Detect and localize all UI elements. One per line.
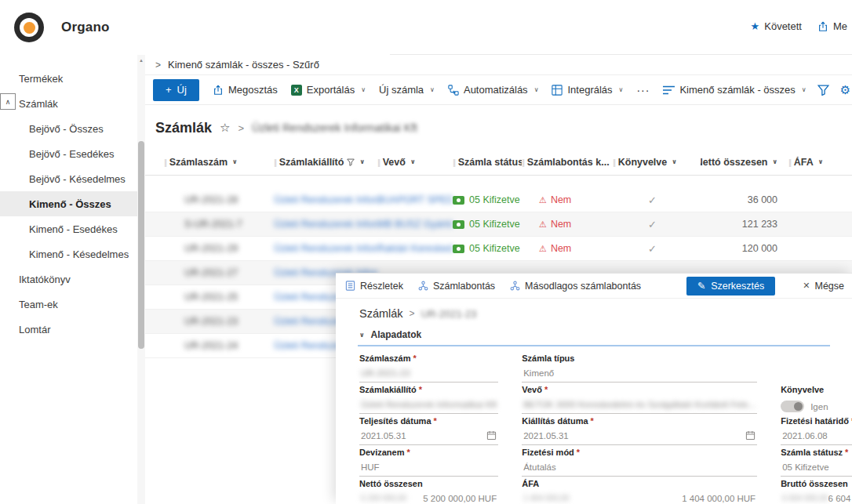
kiallitas-datuma-input[interactable]: 2021.05.31: [522, 430, 757, 445]
invoice-number: S-UR-2021-7: [164, 219, 274, 230]
sidebar-item-termekek[interactable]: Termékek: [0, 66, 138, 91]
devizanem-input[interactable]: HUF: [359, 461, 498, 477]
net-total: 120 000: [701, 243, 779, 254]
vevo-input[interactable]: BETÜK 3000 Kereskedelmi és Szolgáltató K…: [522, 398, 757, 414]
share-icon: [817, 21, 828, 32]
szamlaszam-input[interactable]: UR-2021-23: [359, 367, 498, 383]
booked-check-icon: ✓: [613, 219, 701, 230]
required-marker: *: [845, 448, 848, 457]
share-icon: [213, 85, 224, 96]
szamla-tipus-input[interactable]: Kimenő: [522, 367, 757, 383]
required-marker: *: [413, 354, 416, 363]
automation-button[interactable]: Automatizálás ∨: [448, 84, 539, 96]
record-form: Számlaszám* UR-2021-23 Számla típus Kime…: [336, 346, 852, 504]
panel-tab-bar: Részletek Számlabontás Másodlagos számla…: [336, 274, 852, 299]
scrollbar-thumb[interactable]: [138, 141, 144, 349]
required-marker: *: [591, 416, 594, 426]
close-icon: ✕: [803, 281, 810, 291]
issuer-link[interactable]: Üzleti Rendszerek Informa: [274, 219, 377, 230]
column-header-vevo[interactable]: ||Vevő∨: [377, 157, 453, 168]
sidebar-item-lomtar[interactable]: Lomtár: [0, 317, 138, 342]
column-header-szamla-statusz[interactable]: ||Számla státusz∨: [453, 157, 522, 168]
calendar-icon[interactable]: [486, 430, 497, 441]
column-header-szamlakiallito[interactable]: ||Számlakiállító∨: [274, 157, 377, 168]
warning-icon: ⚠: [539, 244, 547, 254]
chevron-right-icon[interactable]: >: [155, 60, 161, 71]
new-invoice-button[interactable]: Új számla ∨: [379, 84, 435, 96]
app-title: Organo: [61, 20, 110, 35]
share-button[interactable]: Megosztás: [213, 84, 278, 96]
sidebar-item-szamlak[interactable]: Számlák: [0, 91, 138, 116]
column-header-netto[interactable]: ||Nettó összesen∨: [701, 157, 779, 168]
sidebar-scrollbar[interactable]: ▲: [137, 55, 145, 504]
panel-breadcrumb-root[interactable]: Számlák: [359, 307, 403, 320]
field-brutto-osszesen: Bruttó összesen 6 604 000,006 604 000,00…: [781, 479, 852, 504]
chevron-down-icon: ∨: [430, 86, 435, 93]
konyvelve-toggle[interactable]: [781, 401, 804, 412]
tab-reszletek[interactable]: Részletek: [345, 281, 403, 292]
afa-secondary-redacted: 1 404 000,00: [523, 494, 569, 502]
field-fizetesi-hatarido: Fizetési határidő* 2021.06.08: [781, 416, 852, 445]
szamlakiallito-input[interactable]: Üzleti Rendszerek Informatikai Kft: [359, 398, 498, 414]
edit-button[interactable]: ✎ Szerkesztés: [686, 277, 776, 296]
calendar-icon[interactable]: [745, 430, 756, 441]
settings-gear-icon[interactable]: ⚙: [840, 83, 850, 97]
afa-input[interactable]: 1 404 000,001 404 000,00 HUF: [522, 492, 757, 504]
integration-button[interactable]: Integrálás ∨: [552, 84, 623, 96]
form-empty-cell: [781, 354, 852, 383]
sidebar-item-kimeno-esedekes[interactable]: Kimenő - Esedékes: [0, 216, 138, 241]
sidebar-item-team-ek[interactable]: Team-ek: [0, 292, 138, 317]
buyer-link[interactable]: Raktári Kereskedelmi Va: [377, 243, 453, 254]
column-filter-icon: [347, 158, 355, 166]
sidebar-item-bejovo-kesedelmes[interactable]: Bejövő - Késedelmes: [0, 166, 138, 191]
column-header-szamlaszam[interactable]: ||Számlaszám∨: [164, 157, 274, 168]
issuer-link[interactable]: Üzleti Rendszerek Informa: [274, 194, 377, 205]
section-alapadatok[interactable]: ∨ Alapadatok: [358, 327, 830, 346]
more-commands-button[interactable]: ···: [636, 84, 650, 96]
export-button[interactable]: Exportálás ∨: [291, 84, 366, 96]
chevron-right-icon: >: [410, 308, 415, 319]
fizetesi-mod-input[interactable]: Átutalás: [522, 461, 757, 477]
column-header-afa[interactable]: ||ÁFA∨: [779, 157, 852, 168]
new-button[interactable]: + Új: [153, 79, 199, 101]
sidebar-item-kimeno-osszes[interactable]: Kimenő - Összes: [0, 191, 138, 216]
buyer-link[interactable]: BUAPORT SPED Szolgálta: [377, 194, 453, 205]
sidebar-item-iktatokonyv[interactable]: Iktatókönyv: [0, 267, 138, 292]
teljesites-datuma-input[interactable]: 2021.05.31: [359, 430, 498, 445]
fizetesi-hatarido-input[interactable]: 2021.06.08: [781, 430, 852, 445]
share-header-button[interactable]: Me: [817, 20, 847, 32]
netto-osszesen-input[interactable]: 5 200 000,005 200 000,00 HUF: [359, 492, 498, 504]
cancel-button[interactable]: ✕ Mégse: [803, 281, 844, 292]
tab-masodlagos-szamlabontas[interactable]: Másodlagos számlabontás: [510, 281, 641, 292]
breadcrumb-path[interactable]: Kimenő számlák - összes - Szűrő: [168, 59, 319, 71]
table-row[interactable]: UR-2021-28 Üzleti Rendszerek Informa BUA…: [145, 188, 852, 212]
entity-name-redacted[interactable]: Üzleti Rendszerek Informatikai Kft: [252, 121, 417, 134]
collapse-group-button[interactable]: ∧: [0, 93, 16, 110]
table-row[interactable]: UR-2021-29 Üzleti Rendszerek Informa Rak…: [145, 237, 852, 261]
integration-grid-icon: [552, 85, 563, 96]
issuer-link[interactable]: Üzleti Rendszerek Informa: [274, 243, 377, 254]
filter-button[interactable]: [817, 85, 829, 96]
buyer-link[interactable]: MB BUSZ Gyártó és Szolgá: [377, 219, 453, 230]
star-icon: ★: [751, 20, 760, 32]
chevron-down-icon: ∨: [619, 86, 624, 93]
follow-button[interactable]: ★ Követett: [751, 20, 802, 32]
field-teljesites-datuma: Teljesítés dátuma* 2021.05.31: [359, 416, 498, 445]
sidebar-item-bejovo-osszes[interactable]: Bejövő - Összes: [0, 116, 138, 141]
table-header-row: ||Számlaszám∨ ||Számlakiállító∨ ||Vevő∨ …: [145, 149, 852, 176]
field-vevo: Vevő* BETÜK 3000 Kereskedelmi és Szolgál…: [522, 385, 757, 414]
view-selector[interactable]: Kimenő számlák - összes ∨: [663, 84, 806, 96]
field-afa: ÁFA 1 404 000,001 404 000,00 HUF: [522, 479, 757, 504]
table-row[interactable]: S-UR-2021-7 Üzleti Rendszerek Informa MB…: [145, 212, 852, 237]
sidebar-item-bejovo-esedekes[interactable]: Bejövő - Esedékes: [0, 141, 138, 166]
szamla-statusz-input[interactable]: 05 Kifizetve: [781, 461, 852, 477]
sidebar-item-kimeno-kesedelmes[interactable]: Kimenő - Késedelmes: [0, 241, 138, 267]
column-header-szamlabontas[interactable]: ||Számlabontás k...∨: [522, 157, 613, 168]
tab-szamlabontas[interactable]: Számlabontás: [418, 281, 495, 292]
column-header-konyvelve[interactable]: ||Könyvelve∨: [613, 157, 701, 168]
scroll-up-icon[interactable]: ▲: [137, 58, 145, 63]
brutto-osszesen-input[interactable]: 6 604 000,006 604 000,00 HUF: [781, 492, 852, 504]
breakdown-molecule-icon: [510, 281, 520, 291]
chevron-down-icon: ∨: [534, 86, 539, 93]
favorite-star-icon[interactable]: ☆: [220, 121, 230, 135]
